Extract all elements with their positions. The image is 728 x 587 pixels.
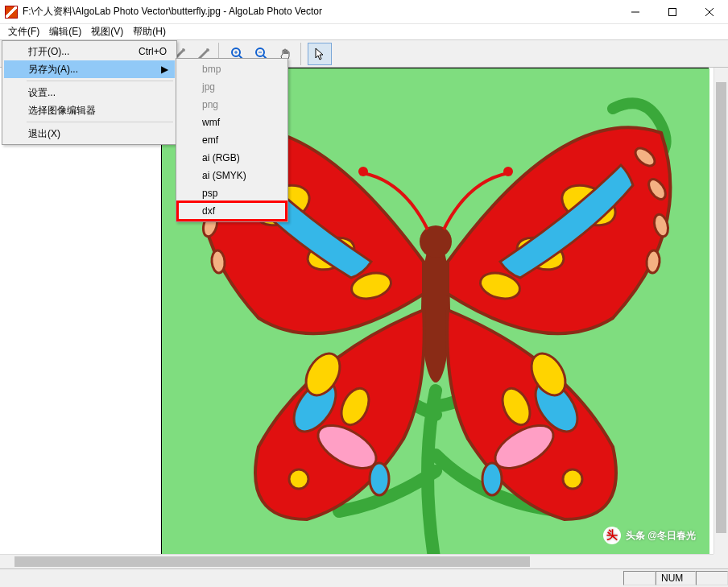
submenu-arrow-icon: ▶ [161, 64, 168, 75]
svg-rect-1 [669, 8, 676, 15]
svg-point-37 [289, 469, 308, 489]
menu-file[interactable]: 文件(F) [3, 23, 44, 40]
menu-exit-label: 退出(X) [28, 127, 60, 141]
watermark-text: 头条 @冬日春光 [626, 529, 696, 543]
save-as-psp[interactable]: psp [178, 184, 286, 202]
save-as-bmp[interactable]: bmp [178, 60, 286, 78]
save-as-wmf-label: wmf [202, 117, 220, 128]
svg-point-31 [370, 463, 389, 495]
save-as-dxf-label: dxf [202, 205, 215, 217]
svg-point-20 [503, 167, 513, 176]
save-as-wmf[interactable]: wmf [178, 114, 286, 131]
save-as-bmp-label: bmp [202, 64, 221, 75]
status-num-label: NUM [661, 573, 683, 584]
scroll-corner [714, 554, 728, 568]
save-as-png[interactable]: png [178, 96, 286, 114]
watermark-logo-icon: 头 [603, 527, 621, 544]
statusbar: NUM [0, 568, 728, 587]
menu-select-editor[interactable]: 选择图像编辑器 [4, 101, 175, 119]
svg-point-17 [421, 238, 450, 382]
status-cell-3 [696, 571, 728, 585]
menu-open[interactable]: 打开(O)... Ctrl+O [4, 43, 175, 60]
menu-save-as-label: 另存为(A)... [28, 63, 78, 76]
pointer-tool-button[interactable] [308, 43, 332, 65]
vertical-scrollbar[interactable] [714, 68, 728, 554]
save-as-emf-label: emf [202, 134, 218, 146]
save-as-ai-rgb-label: ai (RGB) [202, 152, 240, 163]
menu-divider [27, 122, 173, 122]
svg-point-42 [211, 250, 225, 273]
menu-exit[interactable]: 退出(X) [4, 125, 175, 143]
save-as-png-label: png [202, 99, 218, 110]
menu-help[interactable]: 帮助(H) [128, 23, 171, 40]
save-as-emf[interactable]: emf [178, 131, 286, 149]
save-as-ai-smyk-label: ai (SMYK) [202, 170, 246, 181]
minimize-button[interactable] [617, 0, 654, 24]
menu-view[interactable]: 视图(V) [86, 23, 128, 40]
file-menu-dropdown: 打开(O)... Ctrl+O 另存为(A)... ▶ 设置... 选择图像编辑… [2, 40, 177, 145]
status-num: NUM [656, 571, 696, 585]
menu-edit[interactable]: 编辑(E) [44, 23, 86, 40]
menu-open-shortcut: Ctrl+O [139, 46, 167, 57]
status-cell-1 [623, 571, 656, 585]
menu-open-label: 打开(O)... [28, 45, 69, 59]
svg-point-19 [358, 167, 368, 176]
window-title: F:\个人资料\AlgoLab Photo Vector\butterfly.j… [23, 5, 322, 19]
save-as-ai-rgb[interactable]: ai (RGB) [178, 149, 286, 167]
save-as-jpg[interactable]: jpg [178, 78, 286, 96]
menu-select-editor-label: 选择图像编辑器 [28, 104, 96, 118]
svg-point-38 [563, 469, 582, 489]
menu-settings-label: 设置... [28, 86, 56, 100]
titlebar: F:\个人资料\AlgoLab Photo Vector\butterfly.j… [0, 0, 728, 24]
svg-point-18 [420, 225, 452, 258]
save-as-jpg-label: jpg [202, 81, 215, 93]
save-as-ai-smyk[interactable]: ai (SMYK) [178, 167, 286, 184]
save-as-dxf[interactable]: dxf [178, 202, 286, 220]
watermark: 头 头条 @冬日春光 [603, 527, 696, 544]
app-icon [5, 6, 18, 19]
maximize-button[interactable] [654, 0, 691, 24]
menu-save-as[interactable]: 另存为(A)... ▶ [4, 60, 175, 78]
save-as-psp-label: psp [202, 188, 217, 199]
menu-divider [27, 81, 173, 81]
close-button[interactable] [691, 0, 728, 24]
menu-settings[interactable]: 设置... [4, 84, 175, 101]
horizontal-scrollbar[interactable] [0, 554, 714, 568]
menubar: 文件(F) 编辑(E) 视图(V) 帮助(H) [0, 24, 728, 40]
svg-point-32 [482, 463, 502, 495]
svg-point-46 [646, 250, 660, 273]
save-as-submenu: bmp jpg png wmf emf ai (RGB) ai (SMYK) p… [176, 58, 288, 222]
